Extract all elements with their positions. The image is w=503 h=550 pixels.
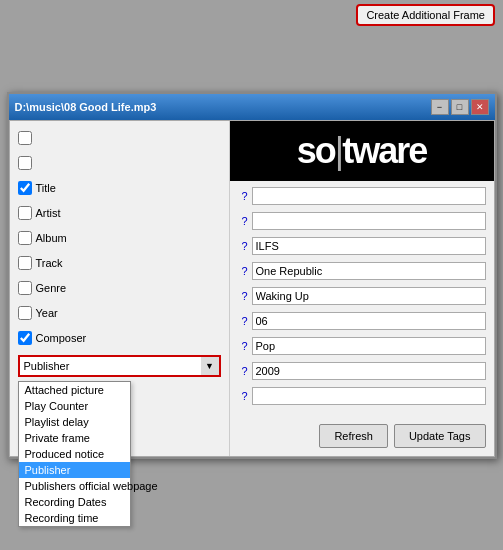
right-fields-area: ? ? ? ? — [230, 181, 494, 414]
label-composer: Composer — [36, 332, 106, 344]
maximize-button[interactable]: □ — [451, 99, 469, 115]
dropdown-item-produced-notice[interactable]: Produced notice — [19, 446, 130, 462]
help-track[interactable]: ? — [238, 315, 252, 327]
help-year[interactable]: ? — [238, 365, 252, 377]
input-title[interactable] — [252, 237, 486, 255]
right-field-genre: ? — [238, 335, 486, 357]
dropdown-item-recording-dates[interactable]: Recording Dates — [19, 494, 130, 510]
help-genre[interactable]: ? — [238, 340, 252, 352]
input-track[interactable] — [252, 312, 486, 330]
checkbox-track[interactable] — [18, 256, 32, 270]
label-track: Track — [36, 257, 106, 269]
label-album: Album — [36, 232, 106, 244]
right-field-album: ? — [238, 285, 486, 307]
logo-text-right: tware — [342, 130, 426, 171]
checkbox-title[interactable] — [18, 181, 32, 195]
right-field-empty1: ? — [238, 185, 486, 207]
logo-area: so|tware — [230, 121, 494, 181]
checkbox-empty2[interactable] — [18, 156, 32, 170]
help-composer[interactable]: ? — [238, 390, 252, 402]
dropdown-item-private-frame[interactable]: Private frame — [19, 430, 130, 446]
input-empty2[interactable] — [252, 212, 486, 230]
field-row-year: Year — [18, 302, 221, 324]
left-panel: Title Artist Album Track Genre — [10, 121, 230, 456]
title-bar: D:\music\08 Good Life.mp3 − □ ✕ — [9, 94, 495, 120]
title-bar-buttons: − □ ✕ — [431, 99, 489, 115]
input-album[interactable] — [252, 287, 486, 305]
right-field-track: ? — [238, 310, 486, 332]
label-title: Title — [36, 182, 106, 194]
dropdown-item-recording-time[interactable]: Recording time — [19, 510, 130, 526]
help-empty1[interactable]: ? — [238, 190, 252, 202]
minimize-button[interactable]: − — [431, 99, 449, 115]
dropdown-container: Attached picture Play Counter Playlist d… — [18, 355, 221, 377]
field-row-composer: Composer — [18, 327, 221, 349]
field-row-empty1 — [18, 127, 221, 149]
input-empty1[interactable] — [252, 187, 486, 205]
dropdown-item-publishers-webpage[interactable]: Publishers official webpage — [19, 478, 130, 494]
checkbox-year[interactable] — [18, 306, 32, 320]
checkbox-album[interactable] — [18, 231, 32, 245]
field-row-genre: Genre — [18, 277, 221, 299]
main-window: D:\music\08 Good Life.mp3 − □ ✕ Title — [7, 92, 497, 459]
right-field-empty2: ? — [238, 210, 486, 232]
right-field-title: ? — [238, 235, 486, 257]
help-empty2[interactable]: ? — [238, 215, 252, 227]
window-title: D:\music\08 Good Life.mp3 — [15, 101, 157, 113]
dropdown-arrow-icon[interactable]: ▼ — [201, 355, 221, 377]
input-composer[interactable] — [252, 387, 486, 405]
help-album[interactable]: ? — [238, 290, 252, 302]
action-buttons-row: Refresh Update Tags — [238, 424, 486, 448]
create-additional-frame-button[interactable]: Create Additional Frame — [356, 4, 495, 26]
input-year[interactable] — [252, 362, 486, 380]
dropdown-item-play-counter[interactable]: Play Counter — [19, 398, 130, 414]
input-genre[interactable] — [252, 337, 486, 355]
input-artist[interactable] — [252, 262, 486, 280]
checkbox-composer[interactable] — [18, 331, 32, 345]
right-panel: so|tware ? ? ? — [230, 121, 494, 456]
dropdown-list: Attached picture Play Counter Playlist d… — [18, 381, 131, 527]
field-row-title: Title — [18, 177, 221, 199]
help-artist[interactable]: ? — [238, 265, 252, 277]
label-year: Year — [36, 307, 106, 319]
logo-text-left: so — [297, 130, 335, 171]
dropdown-item-attached-picture[interactable]: Attached picture — [19, 382, 130, 398]
close-button[interactable]: ✕ — [471, 99, 489, 115]
field-row-empty2 — [18, 152, 221, 174]
right-field-composer: ? — [238, 385, 486, 407]
field-row-track: Track — [18, 252, 221, 274]
update-tags-button[interactable]: Update Tags — [394, 424, 486, 448]
bottom-controls: Attached picture Play Counter Playlist d… — [18, 355, 221, 377]
field-row-artist: Artist — [18, 202, 221, 224]
label-artist: Artist — [36, 207, 106, 219]
content-area: Title Artist Album Track Genre — [9, 120, 495, 457]
refresh-button[interactable]: Refresh — [319, 424, 388, 448]
checkbox-genre[interactable] — [18, 281, 32, 295]
logo-text: so|tware — [297, 130, 426, 172]
help-title[interactable]: ? — [238, 240, 252, 252]
right-field-year: ? — [238, 360, 486, 382]
label-genre: Genre — [36, 282, 106, 294]
frame-type-dropdown[interactable]: Attached picture Play Counter Playlist d… — [18, 355, 221, 377]
checkbox-artist[interactable] — [18, 206, 32, 220]
checkbox-empty1[interactable] — [18, 131, 32, 145]
dropdown-item-playlist-delay[interactable]: Playlist delay — [19, 414, 130, 430]
field-row-album: Album — [18, 227, 221, 249]
right-bottom-area: Create Additional Frame Refresh Update T… — [230, 414, 494, 456]
right-field-artist: ? — [238, 260, 486, 282]
dropdown-item-publisher[interactable]: Publisher — [19, 462, 130, 478]
